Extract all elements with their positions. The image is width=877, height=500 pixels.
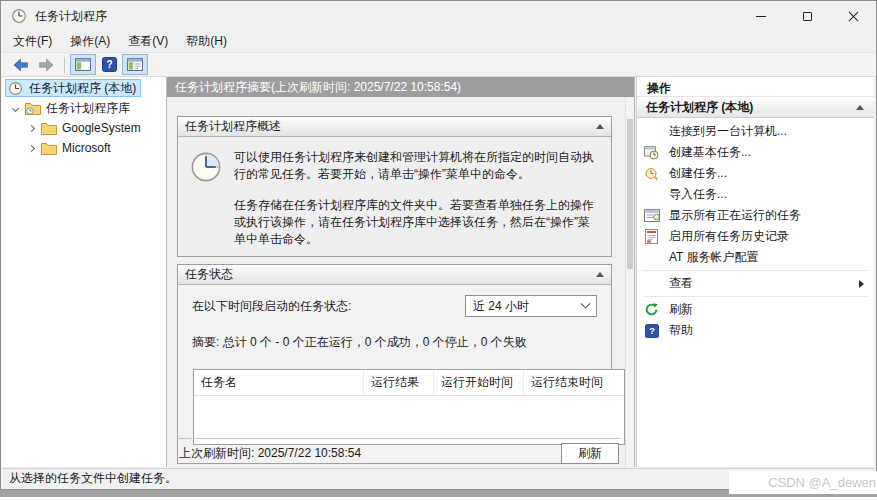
tree-folder-label: Microsoft [62,141,111,155]
help-toolbar-button[interactable]: ? [96,54,122,75]
no-icon [643,275,660,292]
minimize-button[interactable] [738,1,784,31]
task-status-section-header[interactable]: 任务状态 [178,265,611,285]
scheduler-clock-icon [8,80,24,96]
action-label: 连接到另一台计算机... [669,123,787,140]
task-table: 任务名 运行结果 运行开始时间 运行结束时间 [193,369,625,445]
overview-paragraph-1: 可以使用任务计划程序来创建和管理计算机将在所指定的时间自动执行的常见任务。若要开… [234,149,597,183]
action-label: 创建任务... [669,165,727,182]
tree-item-library[interactable]: 任务计划程序库 [2,99,166,117]
no-icon [643,186,660,203]
column-header-run-end[interactable]: 运行结束时间 [524,370,624,395]
last-refresh-time: 上次刷新时间: 2025/7/22 10:58:54 [179,445,361,462]
column-header-task-name[interactable]: 任务名 [194,370,364,395]
chevron-right-icon[interactable] [28,144,35,151]
create-task-icon [643,165,660,182]
actions-group-header[interactable]: 任务计划程序 (本地) [637,97,874,118]
period-label: 在以下时间段启动的任务状态: [192,298,351,315]
column-header-run-result[interactable]: 运行结果 [364,370,434,395]
status-bar-text: 从选择的任务文件中创建任务。 [9,470,177,487]
action-pane-toggle-button[interactable] [122,54,148,75]
overview-title: 任务计划程序概述 [185,118,281,135]
actions-separator [643,296,868,297]
task-table-header-row: 任务名 运行结果 运行开始时间 运行结束时间 [194,370,624,396]
collapse-icon[interactable] [856,105,864,110]
action-pane-toggle-icon [127,58,143,71]
task-history-icon [643,228,660,245]
action-label: AT 服务帐户配置 [669,249,759,266]
chevron-right-icon[interactable] [28,124,35,131]
action-help[interactable]: ? 帮助 [637,320,874,341]
console-tree-panel: 任务计划程序 (本地) 任务计划程序库 GoogleSystem [2,77,167,467]
close-button[interactable] [830,1,876,31]
action-label: 帮助 [669,322,693,339]
actions-panel-title: 操作 [637,77,874,97]
period-value: 近 24 小时 [473,298,529,315]
forward-button[interactable] [33,54,59,75]
period-dropdown[interactable]: 近 24 小时 [465,295,597,317]
overview-paragraph-2: 任务存储在任务计划程序库的文件夹中。若要查看单独任务上的操作或执行该操作，请在任… [234,197,597,248]
action-create-task[interactable]: 创建任务... [637,163,874,184]
menu-help[interactable]: 帮助(H) [177,31,236,52]
tree-library-label: 任务计划程序库 [46,100,130,117]
overview-section-header[interactable]: 任务计划程序概述 [178,117,611,137]
action-label: 导入任务... [669,186,727,203]
task-scheduler-window: 任务计划程序 文件(F) 操作(A) 查看(V) 帮助(H) [0,0,877,490]
task-status-section: 任务状态 在以下时间段启动的任务状态: 近 24 小时 摘要: 总计 0 个 -… [177,264,612,464]
scrollbar-thumb[interactable] [627,119,633,269]
console-tree-toggle-button[interactable] [70,54,96,75]
action-refresh[interactable]: 刷新 [637,299,874,320]
window-title: 任务计划程序 [35,8,107,25]
action-create-basic-task[interactable]: 创建基本任务... [637,142,874,163]
console-tree-toggle-icon [75,58,91,71]
actions-group-title: 任务计划程序 (本地) [646,99,753,116]
menu-action[interactable]: 操作(A) [61,31,119,52]
folder-icon [41,120,57,136]
task-status-body: 在以下时间段启动的任务状态: 近 24 小时 摘要: 总计 0 个 - 0 个正… [178,285,611,463]
refresh-button[interactable]: 刷新 [561,443,619,464]
tree-item-microsoft[interactable]: Microsoft [2,139,166,157]
summary-panel: 任务计划程序摘要(上次刷新时间: 2025/7/22 10:58:54) 任务计… [167,77,635,467]
maximize-button[interactable] [784,1,830,31]
back-button[interactable] [7,54,33,75]
overview-clock-icon [190,151,222,183]
tree-root-label: 任务计划程序 (本地) [29,80,136,97]
collapse-icon[interactable] [596,272,604,277]
tree-item-root[interactable]: 任务计划程序 (本地) [2,79,166,97]
column-header-run-start[interactable]: 运行开始时间 [434,370,524,395]
menubar: 文件(F) 操作(A) 查看(V) 帮助(H) [1,31,876,52]
overview-body: 可以使用任务计划程序来创建和管理计算机将在所指定的时间自动执行的常见任务。若要开… [178,137,611,256]
action-label: 显示所有正在运行的任务 [669,207,801,224]
period-row: 在以下时间段启动的任务状态: 近 24 小时 [186,295,603,317]
summary-footer: 上次刷新时间: 2025/7/22 10:58:54 刷新 [177,438,621,467]
action-import-task[interactable]: 导入任务... [637,184,874,205]
menu-file[interactable]: 文件(F) [4,31,61,52]
caption-buttons [738,1,876,31]
back-icon [12,58,29,72]
chevron-down-icon[interactable] [12,104,19,111]
folder-icon [41,140,57,156]
watermark: CSDN @A_dewen [729,471,877,494]
basic-task-icon [643,144,660,161]
summary-body: 任务计划程序概述 可以使用任务计划程序来创建和管理计算机将在所指定的时间自动执行… [167,97,625,467]
action-show-running-tasks[interactable]: 显示所有正在运行的任务 [637,205,874,226]
action-at-service-account[interactable]: AT 服务帐户配置 [637,247,874,268]
actions-panel: 操作 任务计划程序 (本地) 连接到另一台计算机... 创建基本任务 [636,77,874,467]
menu-view[interactable]: 查看(V) [119,31,177,52]
help-icon: ? [643,322,660,339]
action-view[interactable]: 查看 [637,273,874,294]
overview-text: 可以使用任务计划程序来创建和管理计算机将在所指定的时间自动执行的常见任务。若要开… [234,149,597,248]
no-icon [643,249,660,266]
action-label: 查看 [669,275,693,292]
collapse-icon[interactable] [596,124,604,129]
action-connect-computer[interactable]: 连接到另一台计算机... [637,121,874,142]
toolbar-separator [64,57,65,73]
maximize-icon [803,12,812,21]
action-label: 启用所有任务历史记录 [669,228,789,245]
vertical-scrollbar[interactable] [625,97,634,467]
tree-root-selection: 任务计划程序 (本地) [5,79,141,97]
tree-item-googlesystem[interactable]: GoogleSystem [2,119,166,137]
chevron-down-icon [581,298,591,308]
actions-separator [643,270,868,271]
action-enable-task-history[interactable]: 启用所有任务历史记录 [637,226,874,247]
